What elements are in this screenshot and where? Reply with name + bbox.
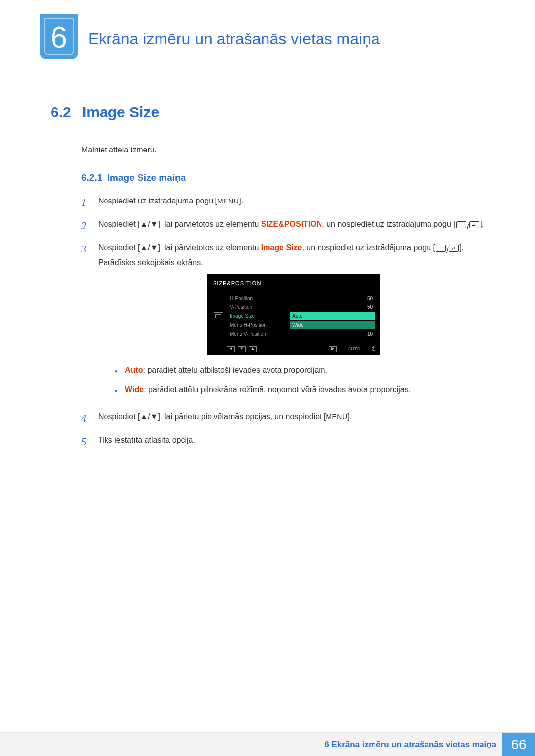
- menu-label: MENU: [217, 197, 239, 205]
- step-body: Nospiediet [▲/▼], lai pārietu pie vēlamā…: [98, 411, 495, 426]
- bullet-desc: : parādiet attēlu atbilstoši ievades avo…: [143, 366, 327, 374]
- source-enter-icon: /: [435, 245, 459, 257]
- section-heading: 6.2Image Size: [51, 104, 495, 121]
- osd-label: Menu H-Position: [230, 321, 284, 329]
- step-1: 1 Nospiediet uz izstrādājuma pogu [MENU]…: [81, 195, 495, 210]
- osd-button-bar: ◄ ▼ ▲ ▶ AUTO ⏻: [212, 344, 375, 352]
- osd-option: Wide: [290, 321, 375, 330]
- step-text: ].: [239, 197, 243, 205]
- osd-row: H-Position : 50: [230, 294, 375, 303]
- step-text: Nospiediet uz izstrādājuma pogu [: [98, 197, 217, 205]
- osd-value: 50: [290, 295, 375, 302]
- osd-power-icon: ⏻: [371, 346, 375, 352]
- step-3: 3 Nospiediet [▲/▼], lai pārvietotos uz e…: [81, 242, 495, 403]
- highlight: Image Size: [261, 243, 302, 252]
- step-text: , un nospiediet uz izstrādājuma pogu [: [322, 220, 456, 228]
- osd-value: Wide: [290, 321, 375, 330]
- highlight: Auto: [125, 366, 143, 374]
- section-intro: Mainiet attēla izmēru.: [81, 146, 495, 154]
- osd-value: 50: [290, 303, 375, 311]
- osd-down-icon: ▼: [238, 346, 246, 352]
- osd-value: 10: [290, 330, 375, 338]
- page-footer: 6 Ekrāna izmēru un atrašanās vietas maiņ…: [0, 732, 535, 756]
- chapter-number-badge: 6: [40, 14, 78, 59]
- osd-row: V-Position : 50: [230, 303, 375, 312]
- bullet-item: ● Auto: parādiet attēlu atbilstoši ievad…: [115, 364, 495, 377]
- step-number: 3: [81, 242, 90, 403]
- osd-option-selected: Auto: [290, 312, 375, 321]
- chapter-title: Ekrāna izmēru un atrašanās vietas maiņa: [88, 30, 380, 48]
- step-number: 1: [81, 195, 90, 210]
- step-number: 5: [81, 434, 90, 450]
- step-text: Nospiediet [▲/▼], lai pārvietotos uz ele…: [98, 243, 261, 252]
- step-text: Nospiediet [▲/▼], lai pārvietotos uz ele…: [98, 220, 261, 228]
- footer-chapter-label: 6 Ekrāna izmēru un atrašanās vietas maiņ…: [324, 740, 496, 750]
- osd-title: SIZE&POSITION: [212, 278, 375, 290]
- highlight: SIZE&POSITION: [261, 220, 322, 228]
- section-title: Image Size: [82, 104, 159, 120]
- section-number: 6.2: [51, 104, 82, 121]
- step-text: ].: [480, 220, 484, 228]
- osd-label: H-Position: [230, 295, 284, 302]
- osd-screenshot: SIZE&POSITION H-Position : 50 V-Po: [207, 274, 380, 355]
- steps-list: 1 Nospiediet uz izstrādājuma pogu [MENU]…: [81, 195, 495, 450]
- bullet-text: Auto: parādiet attēlu atbilstoši ievades…: [125, 364, 327, 377]
- step-body: Tiks iestatīta atlasītā opcija.: [98, 434, 495, 450]
- osd-category-icon: [212, 294, 225, 339]
- step-text: , un nospiediet uz izstrādājuma pogu [: [302, 243, 435, 252]
- osd-play-icon: ▶: [329, 346, 337, 352]
- osd-back-icon: ◄: [227, 346, 235, 352]
- step-text: ].: [348, 412, 352, 421]
- bullet-item: ● Wide: parādiet attēlu pilnekrāna režīm…: [115, 383, 495, 396]
- bullet-list: ● Auto: parādiet attēlu atbilstoši ievad…: [115, 364, 495, 396]
- osd-value: Auto: [290, 312, 375, 321]
- step-number: 4: [81, 411, 90, 426]
- menu-label: MENU: [326, 413, 347, 421]
- highlight: Wide: [125, 385, 144, 394]
- osd-label: V-Position: [230, 303, 284, 311]
- subsection-heading: 6.2.1 Image Size maiņa: [81, 172, 495, 183]
- subsection-number: 6.2.1: [81, 172, 102, 183]
- osd-up-icon: ▲: [249, 346, 257, 352]
- osd-label: Image Size: [230, 312, 284, 320]
- chapter-header: 6 Ekrāna izmēru un atrašanās vietas maiņ…: [40, 14, 495, 59]
- step-4: 4 Nospiediet [▲/▼], lai pārietu pie vēla…: [81, 411, 495, 426]
- footer-page-number: 66: [502, 733, 535, 756]
- osd-label: Menu V-Position: [230, 330, 284, 338]
- source-enter-icon: /: [456, 221, 480, 234]
- bullet-desc: : parādiet attēlu pilnekrāna režīmā, neņ…: [144, 385, 411, 394]
- step-body: Nospiediet [▲/▼], lai pārvietotos uz ele…: [98, 218, 495, 234]
- bullet-dot-icon: ●: [115, 387, 118, 396]
- osd-row: Menu H-Position : Wide: [230, 321, 375, 330]
- osd-row: Menu V-Position : 10: [230, 330, 375, 339]
- step-2: 2 Nospiediet [▲/▼], lai pārvietotos uz e…: [81, 218, 495, 234]
- bullet-dot-icon: ●: [115, 367, 118, 377]
- step-text: Nospiediet [▲/▼], lai pārietu pie vēlamā…: [98, 412, 326, 421]
- step-body: Nospiediet uz izstrādājuma pogu [MENU].: [98, 195, 495, 210]
- step-body: Nospiediet [▲/▼], lai pārvietotos uz ele…: [98, 242, 495, 403]
- step-number: 2: [81, 218, 90, 234]
- step-5: 5 Tiks iestatīta atlasītā opcija.: [81, 434, 495, 450]
- osd-row-active: Image Size : Auto: [230, 312, 375, 321]
- bullet-text: Wide: parādiet attēlu pilnekrāna režīmā,…: [125, 383, 411, 396]
- subsection-title: Image Size maiņa: [107, 172, 186, 183]
- osd-auto-label: AUTO: [348, 346, 360, 352]
